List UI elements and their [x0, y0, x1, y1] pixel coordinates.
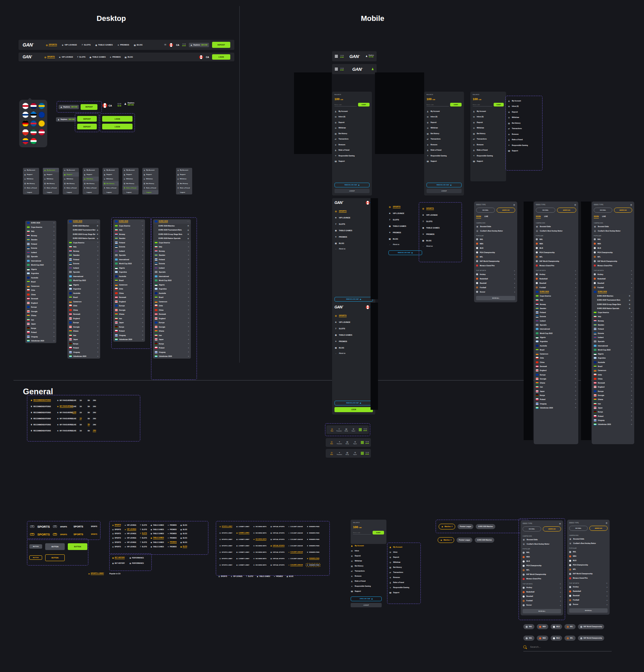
- sports-item[interactable]: Poland+: [113, 329, 145, 333]
- gear-icon[interactable]: ⚙: [630, 204, 632, 206]
- plus-icon[interactable]: +: [606, 586, 608, 588]
- account-menu-item[interactable]: ♟My Account: [335, 109, 370, 114]
- sports-item[interactable]: Poland+: [536, 397, 576, 401]
- sports-item[interactable]: Copa America+: [594, 310, 632, 314]
- sports-item[interactable]: Finland+: [68, 257, 100, 262]
- account-menu-item[interactable]: ♥Responsible Gaming: [389, 585, 419, 590]
- plus-icon[interactable]: +: [53, 281, 55, 283]
- account-menu-item[interactable]: ◉Support: [103, 172, 119, 177]
- odds-view-tab[interactable]: SOON: [594, 215, 599, 218]
- nav-item[interactable]: ◎SPORTS: [112, 542, 121, 543]
- euro-sub-item[interactable]: EURO 2020 Tournament Bets★: [153, 228, 191, 232]
- lobby-tab[interactable]: ★MY FAVOURITES: [57, 430, 68, 432]
- nav-item[interactable]: ◎SPORTS: [112, 546, 121, 548]
- sports-item[interactable]: Uzbekistan 2020+: [25, 339, 56, 343]
- sports-item[interactable]: Cameroon+: [594, 368, 632, 372]
- account-menu-item[interactable]: ★Bonuses: [389, 575, 419, 580]
- lobby-tab[interactable]: 8H: [87, 423, 90, 426]
- login-button[interactable]: LOGIN: [102, 116, 132, 122]
- plus-icon[interactable]: +: [142, 254, 143, 256]
- account-menu-item[interactable]: ⇄Transactions: [335, 136, 370, 142]
- lobby-tab[interactable]: ◉LIVEBET LOBBY: [236, 545, 249, 547]
- favourite-star-icon[interactable]: ★: [187, 225, 189, 227]
- league-pill[interactable]: EURO 2020 Matches: [475, 538, 494, 543]
- button-gray-large[interactable]: BUTTON: [45, 543, 65, 550]
- sports-item[interactable]: Japan+: [536, 389, 576, 393]
- sports-item[interactable]: Poland+: [25, 330, 56, 335]
- hamburger-menu-icon[interactable]: [359, 429, 362, 430]
- sports-item[interactable]: Argentina+: [536, 339, 576, 344]
- sports-item[interactable]: Finland+: [25, 242, 56, 247]
- account-menu-item[interactable]: ♟My Account: [426, 109, 461, 114]
- search-input[interactable]: [529, 645, 612, 649]
- sports-item[interactable]: Uruguay+: [113, 333, 145, 338]
- flag-icon[interactable]: [38, 129, 45, 135]
- show-all-button[interactable]: SHOW ALL: [523, 609, 561, 613]
- sports-item[interactable]: Kenya+: [113, 325, 145, 329]
- nav-item[interactable]: ★VIP LOUNGE: [422, 212, 459, 218]
- plus-icon[interactable]: +: [97, 284, 98, 286]
- lobby-tab[interactable]: 8H: [87, 430, 90, 432]
- logout-button[interactable]: LOGOUT: [335, 189, 370, 193]
- odds-format-toggle[interactable]: AMERICAN: [557, 207, 576, 213]
- account-menu-item[interactable]: →Logout: [176, 190, 192, 194]
- plus-icon[interactable]: +: [142, 271, 143, 273]
- show-all-button[interactable]: SHOW ALL: [476, 296, 515, 300]
- account-menu-item[interactable]: ♟My Account: [83, 168, 99, 172]
- plus-icon[interactable]: +: [575, 390, 576, 392]
- lobby-tab[interactable]: ★MY FAVOURITES: [57, 411, 68, 413]
- gan-logo[interactable]: GAN™: [335, 201, 343, 205]
- nav-item[interactable]: 7SLOTS: [335, 325, 373, 332]
- top-sport-item[interactable]: Hockey+: [523, 585, 561, 590]
- sports-item[interactable]: Australia+: [594, 360, 632, 364]
- plus-icon[interactable]: +: [142, 326, 143, 328]
- popular-league-item[interactable]: Monaco Grand Prix: [476, 264, 515, 268]
- minus-icon[interactable]: –: [97, 220, 98, 223]
- account-menu-item[interactable]: ⊖Withdraw: [142, 177, 159, 181]
- top-sport-item[interactable]: Baseball+: [523, 594, 561, 599]
- plus-icon[interactable]: +: [188, 263, 189, 265]
- drawer-backdrop[interactable]: [581, 202, 591, 440]
- sports-item[interactable]: Iran+: [594, 402, 632, 406]
- lobby-tab[interactable]: ▤VIRTUAL SPORTS: [270, 526, 284, 527]
- sports-item[interactable]: Argentina+: [153, 287, 191, 291]
- plus-icon[interactable]: +: [631, 398, 632, 401]
- plus-icon[interactable]: +: [560, 600, 561, 602]
- sports-item[interactable]: Georgia+: [113, 308, 145, 312]
- campaign-item[interactable]: ◉Boosted Odds: [523, 538, 561, 542]
- popular-league-item[interactable]: NHL: [476, 237, 515, 242]
- user-balance-button[interactable]: ♟Stephens100 CAD: [59, 105, 79, 109]
- account-menu-item[interactable]: ♟Refer a Friend: [142, 186, 159, 190]
- lobby-tab[interactable]: ◎SPORTS LOBBY: [220, 539, 232, 540]
- account-menu-item[interactable]: ☎Support: [389, 590, 419, 595]
- bottom-bar-item[interactable]: ▤Betslip: [343, 451, 351, 455]
- more-options-icon[interactable]: ⋯: [574, 290, 576, 293]
- sports-item[interactable]: Specials+: [594, 339, 632, 344]
- top-sport-item[interactable]: Basketball+: [476, 277, 515, 281]
- nav-item[interactable]: ◉TABLE GAMES: [151, 533, 164, 535]
- sports-item[interactable]: Estonia+: [25, 246, 56, 250]
- lobby-tab[interactable]: ♛RECOMMENDATIONS: [31, 418, 55, 420]
- lobby-tab[interactable]: ⊕INCOMING BETS: [254, 564, 267, 566]
- lobby-tab[interactable]: ●LIVE: [70, 418, 77, 420]
- gan-logo[interactable]: GAN™: [352, 67, 363, 72]
- nav-item[interactable]: ✦PROMOS: [167, 529, 177, 530]
- nav-item[interactable]: 7SLOTS: [422, 218, 459, 225]
- euro-sub-item[interactable]: EURO 2020 Group Stage Bets★: [594, 302, 632, 306]
- plus-icon[interactable]: +: [142, 334, 143, 336]
- sports-item[interactable]: Australia+: [536, 344, 576, 347]
- euro-sub-item[interactable]: EURO 2020 Matches★: [153, 224, 191, 228]
- favourite-matches-pill[interactable]: ★Matches: 4: [438, 537, 454, 543]
- sports-item[interactable]: Cameroon+: [68, 300, 100, 304]
- account-menu-item[interactable]: ⊕Deposit: [473, 120, 504, 125]
- plus-icon[interactable]: +: [560, 591, 561, 593]
- plus-icon[interactable]: +: [97, 300, 98, 303]
- odds-format-toggle[interactable]: DECIMAL: [523, 526, 541, 531]
- nav-item[interactable]: ★VIP LOUNGE: [62, 44, 77, 47]
- top-sport-item[interactable]: Baseball+: [536, 281, 576, 286]
- deposit-button[interactable]: DEPOSIT: [81, 104, 97, 110]
- nav-item[interactable]: ★VIP LOUNGE: [125, 537, 136, 539]
- plus-icon[interactable]: +: [188, 241, 189, 244]
- sports-item[interactable]: Denmark+: [68, 312, 100, 316]
- sports-item[interactable]: Iceland+: [113, 249, 145, 253]
